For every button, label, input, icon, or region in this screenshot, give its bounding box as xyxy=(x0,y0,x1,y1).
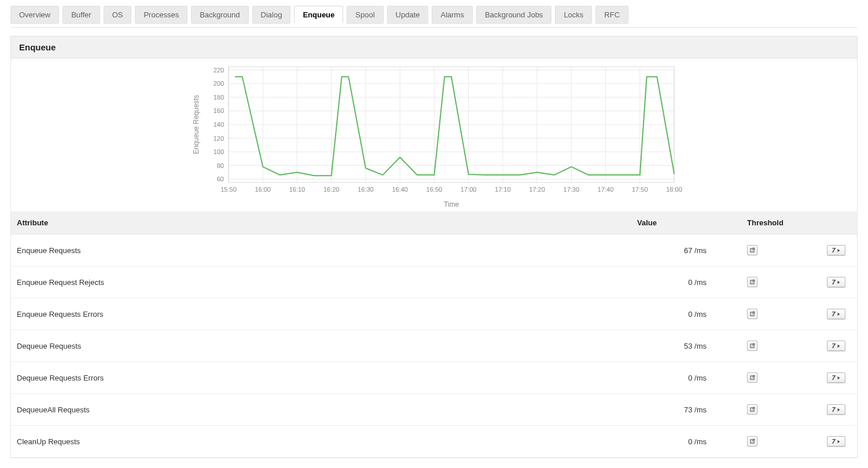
attr-value: 0 /ms xyxy=(631,298,724,330)
action-cell: 7 xyxy=(811,426,857,458)
attr-name: Enqueue Requests Errors xyxy=(11,298,631,330)
attribute-table: Attribute Value Threshold Enqueue Reques… xyxy=(11,211,857,458)
history-button-label: 7 xyxy=(832,342,835,349)
history-button[interactable]: 7 xyxy=(827,277,845,287)
tab-background-jobs[interactable]: Background Jobs xyxy=(476,6,551,24)
svg-text:17:10: 17:10 xyxy=(495,186,511,193)
tab-rfc[interactable]: RFC xyxy=(595,6,628,24)
history-button[interactable]: 7 xyxy=(827,245,845,255)
threshold-cell xyxy=(724,362,811,394)
svg-text:17:00: 17:00 xyxy=(461,186,477,193)
popout-icon[interactable] xyxy=(747,245,757,255)
svg-text:17:20: 17:20 xyxy=(529,186,545,193)
table-row: Enqueue Request Rejects0 /ms7 xyxy=(11,266,857,298)
svg-text:16:00: 16:00 xyxy=(255,186,271,193)
svg-text:15:50: 15:50 xyxy=(220,186,237,193)
attr-value: 67 /ms xyxy=(631,235,724,266)
tab-locks[interactable]: Locks xyxy=(555,6,592,24)
history-button-label: 7 xyxy=(832,438,835,445)
col-threshold: Threshold xyxy=(724,211,811,235)
svg-text:100: 100 xyxy=(214,148,224,155)
svg-text:Enqueue Requests: Enqueue Requests xyxy=(192,95,200,154)
svg-text:220: 220 xyxy=(214,67,224,74)
tab-buffer[interactable]: Buffer xyxy=(62,6,100,24)
tab-enqueue[interactable]: Enqueue xyxy=(294,6,343,24)
tab-update[interactable]: Update xyxy=(387,6,429,24)
threshold-cell xyxy=(724,394,811,426)
popout-icon[interactable] xyxy=(747,436,757,447)
content-box: 608010012014016018020022015:5016:0016:10… xyxy=(10,58,858,458)
col-attribute: Attribute xyxy=(11,211,631,235)
threshold-cell xyxy=(724,298,811,330)
action-cell: 7 xyxy=(811,330,857,362)
table-head-row: Attribute Value Threshold xyxy=(11,211,857,235)
svg-text:120: 120 xyxy=(214,135,224,142)
threshold-cell xyxy=(724,235,811,266)
attr-name: Dequeue Requests xyxy=(11,330,631,362)
history-button[interactable]: 7 xyxy=(827,436,845,447)
threshold-cell xyxy=(724,266,811,298)
svg-text:16:30: 16:30 xyxy=(358,186,374,193)
svg-text:17:50: 17:50 xyxy=(632,186,648,193)
popout-icon[interactable] xyxy=(747,404,757,415)
threshold-cell xyxy=(724,426,811,458)
attr-name: Enqueue Request Rejects xyxy=(11,266,631,298)
enqueue-chart: 608010012014016018020022015:5016:0016:10… xyxy=(182,61,686,211)
popout-icon[interactable] xyxy=(747,277,757,287)
tab-overview[interactable]: Overview xyxy=(10,6,59,24)
svg-text:160: 160 xyxy=(214,107,224,114)
tab-background[interactable]: Background xyxy=(191,6,248,24)
tab-spool[interactable]: Spool xyxy=(347,6,383,24)
table-row: Dequeue Requests53 /ms7 xyxy=(11,330,857,362)
col-value: Value xyxy=(631,211,724,235)
tab-dialog[interactable]: Dialog xyxy=(252,6,291,24)
attr-value: 0 /ms xyxy=(631,362,724,394)
history-button[interactable]: 7 xyxy=(827,341,845,351)
history-button-label: 7 xyxy=(832,279,835,286)
svg-text:140: 140 xyxy=(214,121,224,128)
action-cell: 7 xyxy=(811,298,857,330)
chart-wrap: 608010012014016018020022015:5016:0016:10… xyxy=(11,61,857,211)
svg-text:60: 60 xyxy=(217,176,224,182)
history-button-label: 7 xyxy=(832,247,835,254)
attr-value: 0 /ms xyxy=(631,266,724,298)
svg-text:Time: Time xyxy=(444,200,459,209)
svg-text:16:20: 16:20 xyxy=(323,186,340,193)
history-button[interactable]: 7 xyxy=(827,372,845,383)
attr-value: 73 /ms xyxy=(631,394,724,426)
table-row: Enqueue Requests Errors0 /ms7 xyxy=(11,298,857,330)
svg-text:180: 180 xyxy=(214,94,224,101)
svg-text:80: 80 xyxy=(217,162,224,169)
table-row: DequeueAll Requests73 /ms7 xyxy=(11,394,857,426)
tab-os[interactable]: OS xyxy=(104,6,132,24)
svg-text:200: 200 xyxy=(214,80,224,87)
tab-processes[interactable]: Processes xyxy=(135,6,187,24)
history-button-label: 7 xyxy=(832,374,835,381)
popout-icon[interactable] xyxy=(747,341,757,351)
popout-icon[interactable] xyxy=(747,372,757,383)
table-row: Dequeue Requests Errors0 /ms7 xyxy=(11,362,857,394)
attr-name: Enqueue Requests xyxy=(11,235,631,266)
table-row: Enqueue Requests67 /ms7 xyxy=(11,235,857,266)
attr-name: Dequeue Requests Errors xyxy=(11,362,631,394)
action-cell: 7 xyxy=(811,362,857,394)
action-cell: 7 xyxy=(811,235,857,266)
col-action xyxy=(811,211,857,235)
attr-value: 0 /ms xyxy=(631,426,724,458)
svg-text:16:50: 16:50 xyxy=(426,186,443,193)
action-cell: 7 xyxy=(811,266,857,298)
tab-alarms[interactable]: Alarms xyxy=(432,6,472,24)
attr-name: CleanUp Requests xyxy=(11,426,631,458)
section-title: Enqueue xyxy=(10,36,858,58)
svg-text:16:40: 16:40 xyxy=(392,186,408,193)
popout-icon[interactable] xyxy=(747,309,757,319)
action-cell: 7 xyxy=(811,394,857,426)
table-row: CleanUp Requests0 /ms7 xyxy=(11,426,857,458)
svg-text:16:10: 16:10 xyxy=(289,186,306,193)
attr-name: DequeueAll Requests xyxy=(11,394,631,426)
history-button-label: 7 xyxy=(832,310,835,317)
history-button[interactable]: 7 xyxy=(827,404,845,415)
svg-text:18:00: 18:00 xyxy=(666,186,682,193)
history-button[interactable]: 7 xyxy=(827,309,845,319)
svg-text:17:40: 17:40 xyxy=(598,186,614,193)
